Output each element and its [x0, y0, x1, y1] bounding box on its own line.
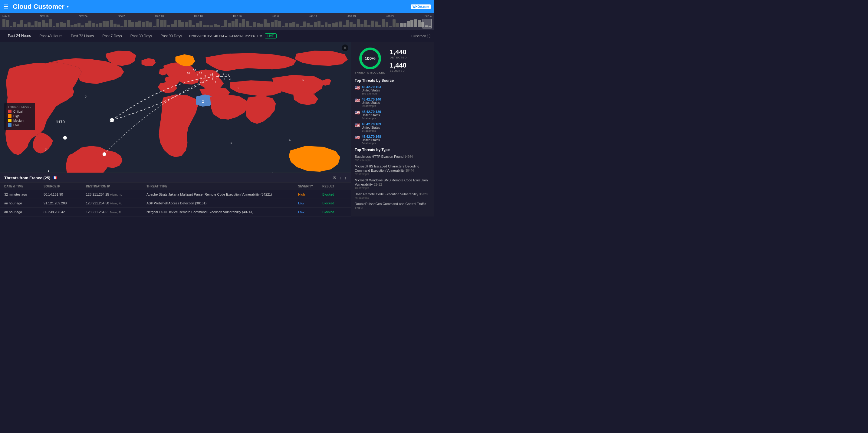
svg-text:1: 1 [48, 169, 49, 172]
table-row[interactable]: an hour ago 86.238.208.42 128.211.254.51… [0, 208, 351, 216]
timeline[interactable]: Nov 8 Nov 16 Nov 24 Dec 2 Dec 10 Dec 18 … [0, 13, 434, 30]
threat-type-item: DoublePulsar.Gen Command and Control Tra… [355, 202, 430, 210]
timeline-label: Dec 10 [155, 15, 164, 18]
legend-label-medium: Medium [13, 119, 24, 122]
download-action-button[interactable]: ↓ [339, 175, 341, 180]
timeline-label: Nov 8 [2, 15, 10, 18]
svg-text:3: 3 [204, 75, 206, 78]
source-flag: 🇺🇸 [355, 123, 360, 127]
threat-legend: THREAT LEVEL Critical High Medium Low [4, 103, 35, 130]
timeline-label: Feb 4 [425, 15, 432, 18]
tab-48h[interactable]: Past 48 Hours [35, 32, 67, 40]
row-source-ip: 86.238.208.42 [43, 210, 86, 214]
live-badge: LIVE [265, 33, 277, 38]
row-dest-ip: 128.211.254.50 Miami, FL [86, 201, 147, 205]
source-ip: 45.42.70.168 [362, 135, 430, 138]
source-ip: 45.42.70.189 [362, 122, 430, 126]
threat-type-item: Microsoft Windows SMB Remote Code Execut… [355, 178, 430, 190]
threat-type-name: Bash Remote Code Execution Vulnerability… [355, 192, 430, 196]
email-action-button[interactable]: ✉ [333, 175, 336, 180]
threat-source-item[interactable]: 🇺🇸 45.42.70.168 United States 54 attempt… [355, 135, 430, 145]
row-threat-type: ASP Webshell Access Detection (38151) [147, 201, 298, 205]
svg-text:13: 13 [199, 72, 202, 75]
svg-text:8: 8 [45, 147, 46, 151]
timeline-highlight [423, 19, 432, 28]
table-row[interactable]: an hour ago 91.121.209.208 128.211.254.5… [0, 199, 351, 208]
row-datetime: an hour ago [4, 201, 43, 205]
bottom-panel-header: Threats from France (25) 🇫🇷 ✉ ↓ ↑ [0, 173, 351, 183]
threat-type-name: Microsoft Windows SMB Remote Code Execut… [355, 178, 430, 186]
legend-color-critical [8, 110, 11, 113]
col-header-threat-type: THREAT TYPE [147, 185, 298, 188]
source-country: United States [362, 114, 430, 117]
type-name-text: Microsoft Windows SMB Remote Code Execut… [355, 178, 428, 186]
svg-text:1: 1 [216, 78, 218, 81]
svg-text:3: 3 [196, 74, 198, 77]
type-attempts: 895 attempts [355, 159, 430, 162]
svg-text:2: 2 [216, 69, 218, 73]
row-dest-ip: 128.211.254.51 Miami, FL [86, 210, 147, 214]
legend-color-low [8, 123, 11, 127]
tab-24h[interactable]: Past 24 Hours [4, 32, 35, 40]
type-name-text: Bash Remote Code Execution Vulnerability [355, 192, 419, 196]
tab-72h[interactable]: Past 72 Hours [67, 32, 98, 40]
detected-count: 1,440 [390, 48, 430, 56]
svg-text:1170: 1170 [56, 120, 65, 124]
upload-action-button[interactable]: ↑ [344, 175, 346, 180]
row-severity: Low [298, 201, 322, 205]
type-count: 30444 [406, 169, 414, 172]
legend-item-medium: Medium [8, 119, 31, 122]
threat-source-item[interactable]: 🇺🇸 45.42.70.140 United States 89 attempt… [355, 97, 430, 108]
row-source-ip: 80.14.151.90 [43, 193, 86, 196]
source-country: United States [362, 138, 430, 142]
svg-text:1: 1 [230, 141, 232, 144]
threat-source-item[interactable]: 🇺🇸 45.42.70.153 United States 152 attemp… [355, 85, 430, 95]
company-logo: WHOA.com [411, 4, 431, 9]
col-header-dest-ip: DESTINATION IP [86, 185, 147, 188]
fullscreen-button[interactable]: Fullscreen ⛶ [411, 34, 430, 38]
threat-source-item[interactable]: 🇺🇸 45.42.70.189 United States 54 attempt… [355, 122, 430, 132]
type-name-text: Suspicious HTTP Evasion Found [355, 155, 404, 158]
timeline-label: Jan 11 [309, 15, 317, 18]
main-content: 1170 6 8 1 2 1 1 56 13 3 2 3 4 2 1 1 4 1… [0, 42, 434, 216]
donut-percent: 100% [365, 56, 376, 61]
svg-text:7: 7 [215, 81, 216, 84]
type-count: 32422 [374, 183, 382, 186]
svg-text:1: 1 [222, 73, 224, 76]
row-datetime: an hour ago [4, 210, 43, 214]
tab-7d[interactable]: Past 7 Days [98, 32, 126, 40]
menu-icon[interactable]: ☰ [4, 3, 8, 10]
timeline-label: Dec 18 [194, 15, 203, 18]
source-attempts: 54 attempts [362, 142, 430, 145]
threat-source-item[interactable]: 🇺🇸 45.42.70.139 United States 64 attempt… [355, 110, 430, 120]
table-row[interactable]: 32 minutes ago 80.14.151.90 128.211.254.… [0, 190, 351, 199]
source-attempts: 89 attempts [362, 105, 430, 108]
svg-text:4: 4 [224, 78, 225, 81]
table-rows-container: 32 minutes ago 80.14.151.90 128.211.254.… [0, 190, 351, 216]
type-count: 12098 [355, 206, 363, 210]
tab-90d[interactable]: Past 90 Days [156, 32, 186, 40]
top-sources-title: Top Threats by Source [355, 79, 430, 83]
legend-color-high [8, 114, 11, 118]
timeline-bars[interactable] [0, 18, 434, 28]
country-flag: 🇫🇷 [53, 176, 57, 180]
donut-chart: 100% [358, 46, 382, 70]
row-source-ip: 91.121.209.208 [43, 201, 86, 205]
map-area[interactable]: 1170 6 8 1 2 1 1 56 13 3 2 3 4 2 1 1 4 1… [0, 42, 351, 216]
source-country: United States [362, 126, 430, 129]
row-result: Blocked [322, 193, 346, 196]
col-header-result: RESULT [322, 185, 346, 188]
timeline-label: Jan 27 [386, 15, 394, 18]
row-severity: High [298, 193, 322, 196]
blocked-label: BLOCKED [390, 69, 430, 73]
dropdown-icon[interactable]: ▾ [67, 4, 69, 9]
app-header: ☰ Cloud Customer ▾ WHOA.com [0, 0, 434, 13]
legend-item-low: Low [8, 123, 31, 127]
map-close-button[interactable]: × [342, 45, 348, 51]
source-info: 45.42.70.139 United States 64 attempts [362, 110, 430, 120]
right-panel: 100% THREATS BLOCKED 1,440 DETECTED 1,44… [351, 42, 434, 216]
timeline-label: Jan 3 [272, 15, 279, 18]
timeline-label: Jan 19 [347, 15, 355, 18]
threat-type-name: Microsoft IIS Escaped Characters Decodin… [355, 164, 430, 173]
tab-30d[interactable]: Past 30 Days [126, 32, 156, 40]
